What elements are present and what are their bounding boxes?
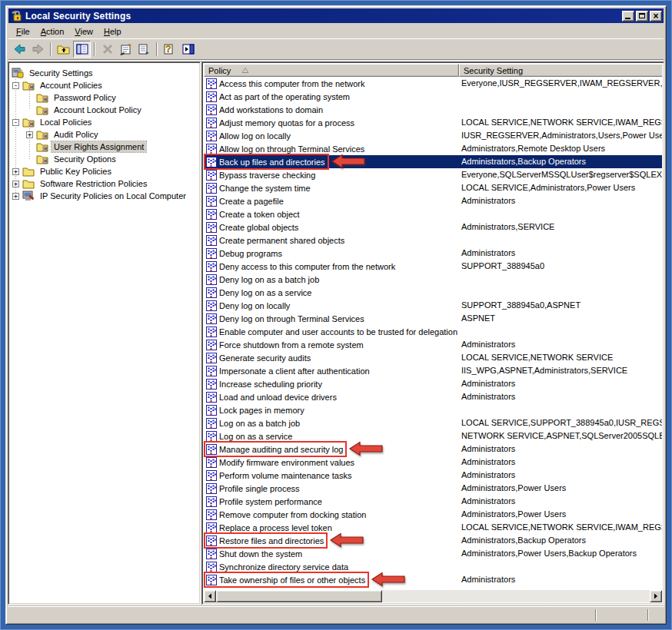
policy-row[interactable]: Adjust memory quotas for a process LOCAL… (204, 116, 662, 129)
policy-name-box: Manage auditing and security log (205, 443, 345, 456)
policy-icon (206, 562, 217, 572)
policy-row[interactable]: Back up files and directories Administra… (204, 155, 662, 168)
maximize-button[interactable] (636, 11, 648, 22)
policy-icon (206, 575, 217, 585)
policy-icon (206, 222, 217, 233)
menu-item-action[interactable]: Action (35, 25, 70, 38)
policy-row[interactable]: Profile single process Administrators,Po… (204, 482, 662, 495)
maximize-icon (639, 13, 645, 18)
policy-row[interactable]: Create a token object (204, 207, 662, 220)
security-setting-value: IUSR_REGSERVER,Administrators,Users,Powe… (459, 129, 662, 142)
menu-item-file[interactable]: File (11, 25, 35, 38)
minimize-button[interactable] (622, 11, 634, 22)
tree-expander[interactable]: - (12, 119, 19, 126)
policy-row[interactable]: Lock pages in memory (204, 403, 662, 416)
policy-icon (206, 418, 217, 429)
policy-row[interactable]: Increase scheduling priority Administrat… (204, 377, 662, 390)
policy-name-box: Log on as a batch job (205, 416, 302, 429)
policy-row[interactable]: Modify firmware environment values Admin… (204, 456, 662, 469)
policy-row[interactable]: Bypass traverse checking Everyone,SQLSer… (204, 168, 662, 181)
policy-row[interactable]: Restore files and directories Administra… (204, 534, 662, 547)
title-bar[interactable]: Local Security Settings × (8, 8, 664, 23)
policy-row[interactable]: Add workstations to domain (204, 103, 662, 116)
tree-item-password-policy[interactable]: Password Policy (10, 91, 198, 104)
policy-name-box: Impersonate a client after authenticatio… (205, 364, 372, 377)
policy-name-box: Bypass traverse checking (205, 168, 318, 181)
tree-item-audit-policy[interactable]: + (10, 128, 198, 141)
policy-label: Deny log on as a service (219, 288, 311, 297)
horizontal-scrollbar[interactable] (204, 590, 662, 602)
policy-row[interactable]: Enable computer and user accounts to be … (204, 325, 662, 338)
local-security-settings-window: Local Security Settings × FileActionView… (5, 5, 667, 625)
policy-row[interactable]: Deny log on as a service (204, 286, 662, 299)
export-list-button[interactable] (135, 41, 153, 58)
policy-name-box: Enable computer and user accounts to be … (205, 325, 460, 338)
up-one-level-button[interactable] (55, 41, 72, 58)
show-hide-console-tree-button[interactable] (73, 41, 91, 58)
menu-item-help[interactable]: Help (98, 25, 127, 38)
policy-name-box: Profile system performance (205, 495, 324, 508)
policy-icon (206, 392, 217, 403)
tree-item-local-policies[interactable]: - (10, 116, 198, 128)
security-setting-value: Administrators (459, 469, 662, 482)
policy-row[interactable]: Profile system performance Administrator… (204, 495, 662, 508)
policy-row[interactable]: Impersonate a client after authenticatio… (204, 364, 662, 377)
policy-row[interactable]: Load and unload device drivers Administr… (204, 390, 662, 403)
tree-expander[interactable]: + (12, 193, 19, 200)
policy-row[interactable]: Change the system time LOCAL SERVICE,Adm… (204, 181, 662, 194)
forward-button[interactable] (29, 41, 47, 58)
tree-expander[interactable]: + (12, 181, 19, 187)
policy-icon (206, 287, 217, 298)
tree-item-public-key-policies[interactable]: + (10, 165, 198, 177)
tree-item-software-restriction-policies[interactable]: + (10, 177, 198, 190)
properties-button[interactable] (117, 41, 135, 58)
policy-row[interactable]: Allow log on locally IUSR_REGSERVER,Admi… (204, 129, 662, 142)
policy-row[interactable]: Log on as a batch job LOCAL SERVICE,SUPP… (204, 416, 662, 429)
tree-expander[interactable]: + (12, 168, 19, 175)
tree-item-security-settings[interactable]: Security Settings (10, 67, 198, 79)
tree-item-user-rights-assignment[interactable]: User Rights Assignment (10, 141, 198, 153)
policy-row[interactable]: Manage auditing and security log Adminis… (204, 443, 662, 456)
policy-icon (206, 366, 217, 376)
tree-expander[interactable]: + (26, 131, 33, 138)
scroll-right-icon (653, 593, 659, 599)
tree-expander[interactable]: - (12, 82, 19, 89)
policy-row[interactable]: Create permanent shared objects (204, 234, 662, 247)
policy-label: Act as part of the operating system (219, 92, 350, 101)
scrollbar-thumb[interactable] (216, 590, 382, 602)
policy-row[interactable]: Debug programs Administrators (204, 247, 662, 260)
scrollbar-track[interactable] (216, 590, 650, 602)
policy-row[interactable]: Create global objects Administrators,SER… (204, 220, 662, 234)
close-button[interactable]: × (650, 11, 662, 22)
tree-item-account-lockout-policy[interactable]: Account Lockout Policy (10, 104, 198, 116)
policy-row[interactable]: Take ownership of files or other objects… (204, 573, 662, 586)
policy-row[interactable]: Deny log on through Terminal Services AS… (204, 312, 662, 325)
policy-row[interactable]: Act as part of the operating system (204, 90, 662, 103)
policy-row[interactable]: Deny log on locally SUPPORT_388945a0,ASP… (204, 299, 662, 312)
tree-item-label: Password Policy (52, 92, 118, 103)
policy-row[interactable]: Remove computer from docking station Adm… (204, 508, 662, 521)
policy-row[interactable]: Access this computer from the network Ev… (204, 77, 662, 90)
policy-row[interactable]: Create a pagefile Administrators (204, 194, 662, 207)
tree-item-ip-security-policies-on-local-computer[interactable]: + (10, 190, 198, 202)
help-button[interactable]: ? (161, 41, 178, 58)
policy-row[interactable]: Perform volume maintenance tasks Adminis… (204, 469, 662, 482)
scroll-right-button[interactable] (650, 590, 662, 602)
back-button[interactable] (11, 41, 28, 58)
scroll-left-button[interactable] (204, 590, 216, 602)
new-window-button[interactable] (179, 41, 197, 58)
policy-row[interactable]: Generate security audits LOCAL SERVICE,N… (204, 351, 662, 364)
policy-row[interactable]: Deny log on as a batch job (204, 273, 662, 286)
policy-row[interactable]: Shut down the system Administrators,Powe… (204, 547, 662, 560)
policy-row[interactable]: Deny access to this computer from the ne… (204, 260, 662, 273)
tree-item-account-policies[interactable]: - (10, 79, 198, 91)
menu-item-view[interactable]: View (69, 25, 98, 38)
column-header-policy[interactable]: Policy (204, 64, 459, 77)
tree-item-security-options[interactable]: Security Options (10, 153, 198, 165)
policy-label: Allow log on through Terminal Services (219, 144, 364, 154)
policy-row[interactable]: Force shutdown from a remote system Admi… (204, 338, 662, 351)
security-setting-value: Administrators,Power Users,Backup Operat… (459, 547, 662, 560)
red-arrow-annotation (330, 532, 364, 549)
column-header-security-setting[interactable]: Security Setting (459, 64, 662, 77)
policy-folder-icon (22, 117, 35, 128)
